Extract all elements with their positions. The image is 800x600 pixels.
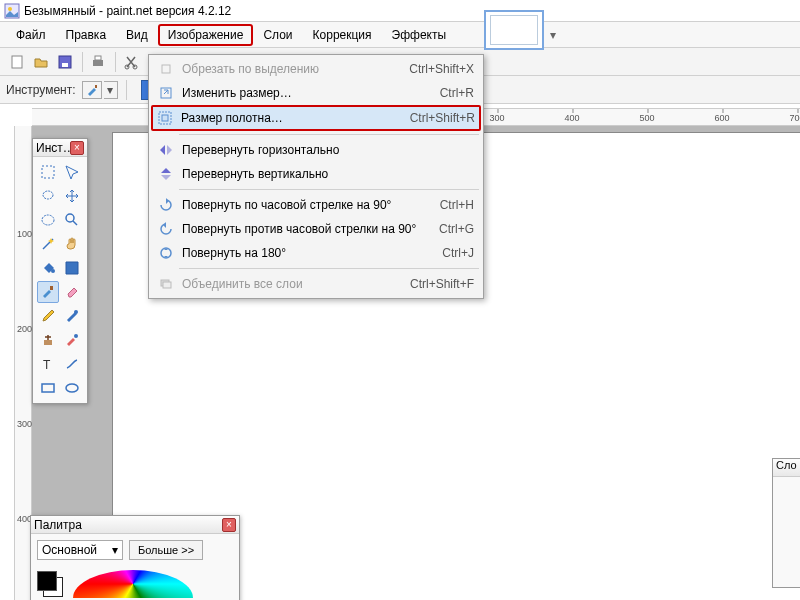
cut-button[interactable] bbox=[120, 51, 142, 73]
menu-flip-horizontal[interactable]: Перевернуть горизонтально bbox=[151, 138, 481, 162]
menu-crop-to-selection: Обрезать по выделению Ctrl+Shift+X bbox=[151, 57, 481, 81]
tool-ellipse-select[interactable] bbox=[37, 209, 59, 231]
svg-rect-26 bbox=[44, 340, 52, 345]
layers-window-title[interactable]: Сло bbox=[773, 459, 800, 477]
menu-image[interactable]: Изображение bbox=[158, 24, 254, 46]
tool-text[interactable]: T bbox=[37, 353, 59, 375]
svg-point-27 bbox=[74, 334, 78, 338]
ruler-tick: 700 bbox=[789, 113, 800, 123]
menu-rotate-cw[interactable]: Повернуть по часовой стрелке на 90° Ctrl… bbox=[151, 193, 481, 217]
svg-point-20 bbox=[66, 214, 74, 222]
svg-rect-16 bbox=[163, 282, 171, 288]
flatten-icon bbox=[156, 277, 176, 291]
chevron-down-icon: ▾ bbox=[112, 543, 118, 557]
svg-point-1 bbox=[8, 7, 12, 11]
colors-window-title: Палитра bbox=[34, 518, 222, 532]
tool-magic-wand[interactable] bbox=[37, 233, 59, 255]
app-icon bbox=[4, 3, 20, 19]
menu-adjustments[interactable]: Коррекция bbox=[303, 24, 382, 46]
more-button[interactable]: Больше >> bbox=[129, 540, 203, 560]
current-tool-icon[interactable] bbox=[82, 81, 102, 99]
print-button[interactable] bbox=[87, 51, 109, 73]
tool-zoom[interactable] bbox=[61, 209, 83, 231]
menu-file[interactable]: Файл bbox=[6, 24, 56, 46]
primary-secondary-swatch[interactable] bbox=[37, 571, 67, 597]
tool-pencil[interactable] bbox=[37, 305, 59, 327]
close-icon[interactable]: × bbox=[70, 141, 84, 155]
tool-dropdown-icon[interactable]: ▾ bbox=[104, 81, 118, 99]
primary-color-swatch[interactable] bbox=[37, 571, 57, 591]
save-file-button[interactable] bbox=[54, 51, 76, 73]
rotate-180-icon bbox=[156, 246, 176, 260]
tools-window-title: Инст… bbox=[36, 141, 70, 155]
tool-clone-stamp[interactable] bbox=[37, 329, 59, 351]
svg-rect-24 bbox=[50, 286, 53, 290]
colors-window[interactable]: Палитра × Основной▾ Больше >> bbox=[30, 515, 240, 600]
tool-color-picker[interactable] bbox=[61, 305, 83, 327]
document-thumbnail[interactable] bbox=[484, 10, 544, 50]
tools-grid: T bbox=[33, 157, 87, 403]
tools-window-title-bar[interactable]: Инст… × bbox=[33, 139, 87, 157]
menu-separator bbox=[179, 189, 479, 190]
svg-point-18 bbox=[43, 191, 53, 199]
svg-rect-10 bbox=[162, 65, 170, 73]
svg-point-25 bbox=[74, 310, 78, 314]
ruler-tick: 300 bbox=[17, 419, 32, 429]
close-icon[interactable]: × bbox=[222, 518, 236, 532]
tool-move-pixels[interactable] bbox=[61, 185, 83, 207]
primary-secondary-combo[interactable]: Основной▾ bbox=[37, 540, 123, 560]
tool-rect-select[interactable] bbox=[37, 161, 59, 183]
layers-window[interactable]: Сло bbox=[772, 458, 800, 588]
rotate-ccw-icon bbox=[156, 222, 176, 236]
ruler-tick: 500 bbox=[639, 113, 654, 123]
menu-flip-vertical[interactable]: Перевернуть вертикально bbox=[151, 162, 481, 186]
menu-view[interactable]: Вид bbox=[116, 24, 158, 46]
ruler-tick: 600 bbox=[714, 113, 729, 123]
resize-icon bbox=[156, 86, 176, 100]
tool-lasso[interactable] bbox=[37, 185, 59, 207]
colors-window-title-bar[interactable]: Палитра × bbox=[31, 516, 239, 534]
crop-icon bbox=[156, 62, 176, 76]
ruler-tick: 200 bbox=[17, 324, 32, 334]
menu-separator bbox=[179, 134, 479, 135]
flip-v-icon bbox=[156, 167, 176, 181]
tool-eraser[interactable] bbox=[61, 281, 83, 303]
menu-layers[interactable]: Слои bbox=[253, 24, 302, 46]
ruler-tick: 100 bbox=[17, 229, 32, 239]
toolbar-separator bbox=[115, 52, 116, 72]
flip-h-icon bbox=[156, 143, 176, 157]
svg-rect-9 bbox=[95, 85, 97, 88]
title-bar: Безымянный - paint.net версия 4.2.12 bbox=[0, 0, 800, 22]
svg-point-30 bbox=[66, 384, 78, 392]
menu-rotate-180[interactable]: Повернуть на 180° Ctrl+J bbox=[151, 241, 481, 265]
tool-paintbrush[interactable] bbox=[37, 281, 59, 303]
thumbnail-dropdown-icon[interactable]: ▾ bbox=[550, 28, 556, 42]
menu-canvas-size[interactable]: Размер полотна… Ctrl+Shift+R bbox=[151, 105, 481, 131]
tool-gradient[interactable] bbox=[61, 257, 83, 279]
ruler-tick: 300 bbox=[489, 113, 504, 123]
tool-recolor[interactable] bbox=[61, 329, 83, 351]
tool-paint-bucket[interactable] bbox=[37, 257, 59, 279]
tools-window[interactable]: Инст… × T bbox=[32, 138, 88, 404]
new-file-button[interactable] bbox=[6, 51, 28, 73]
menu-edit[interactable]: Правка bbox=[56, 24, 117, 46]
tool-ellipse[interactable] bbox=[61, 377, 83, 399]
svg-rect-17 bbox=[42, 166, 54, 178]
menu-bar: Файл Правка Вид Изображение Слои Коррекц… bbox=[0, 22, 800, 48]
toolbar-separator bbox=[126, 80, 127, 100]
tool-move-selection[interactable] bbox=[61, 161, 83, 183]
menu-effects[interactable]: Эффекты bbox=[382, 24, 457, 46]
menu-rotate-ccw[interactable]: Повернуть против часовой стрелки на 90° … bbox=[151, 217, 481, 241]
open-file-button[interactable] bbox=[30, 51, 52, 73]
tool-rectangle[interactable] bbox=[37, 377, 59, 399]
svg-rect-2 bbox=[12, 56, 22, 68]
canvas-size-icon bbox=[155, 111, 175, 125]
tool-line[interactable] bbox=[61, 353, 83, 375]
svg-point-19 bbox=[42, 215, 54, 225]
ruler-tick: 400 bbox=[564, 113, 579, 123]
menu-resize[interactable]: Изменить размер… Ctrl+R bbox=[151, 81, 481, 105]
tool-pan[interactable] bbox=[61, 233, 83, 255]
menu-flatten: Объединить все слои Ctrl+Shift+F bbox=[151, 272, 481, 296]
window-title: Безымянный - paint.net версия 4.2.12 bbox=[24, 4, 231, 18]
color-wheel[interactable] bbox=[73, 570, 193, 598]
